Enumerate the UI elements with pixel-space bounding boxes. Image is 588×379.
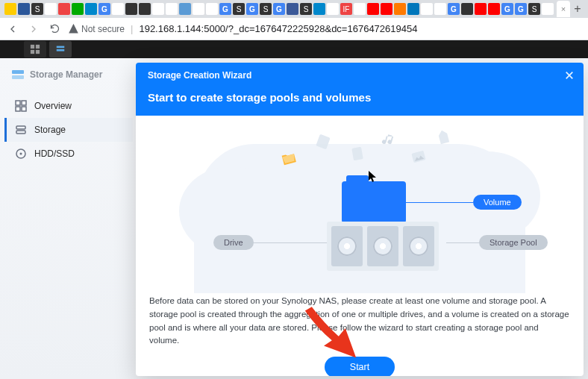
forward-button[interactable]	[27, 22, 40, 36]
svg-rect-12	[16, 126, 25, 129]
svg-rect-18	[411, 151, 425, 163]
bookmark-icon[interactable]	[206, 3, 218, 15]
bookmark-icon[interactable]: S	[233, 3, 245, 15]
svg-rect-4	[57, 46, 65, 48]
svg-rect-11	[22, 107, 26, 111]
bookmark-icon[interactable]: G	[501, 3, 513, 15]
bookmark-icon[interactable]	[112, 3, 124, 15]
taskbar-app-icon[interactable]	[24, 41, 46, 57]
bookmark-icon[interactable]	[354, 3, 366, 15]
bookmark-icon[interactable]: S	[528, 3, 540, 15]
bookmark-icon[interactable]	[381, 3, 392, 15]
svg-rect-1	[36, 45, 40, 48]
bookmark-icon[interactable]: G	[246, 3, 258, 15]
volume-folder-icon	[342, 181, 406, 223]
bookmark-icon[interactable]: G	[515, 3, 527, 15]
bookmark-icon[interactable]	[139, 3, 151, 15]
storage-pool-label: Storage Pool	[479, 235, 548, 250]
browser-tab-strip: S G G S G S G S IF G G G S × +	[0, 0, 588, 18]
bookmark-icon[interactable]	[434, 3, 446, 15]
back-button[interactable]	[6, 22, 19, 36]
svg-point-15	[20, 153, 22, 155]
start-button[interactable]: Start	[325, 357, 395, 376]
taskbar-app-icon[interactable]	[49, 41, 72, 57]
volume-label: Volume	[473, 195, 522, 210]
bookmark-icon[interactable]	[72, 3, 84, 15]
bookmark-icon[interactable]: IF	[340, 3, 352, 15]
storage-manager-icon	[10, 67, 25, 82]
svg-rect-2	[31, 50, 34, 54]
security-indicator[interactable]: Not secure	[69, 24, 125, 34]
wizard-subtitle: Start to create storage pools and volume…	[148, 91, 572, 104]
sidebar-item-overview[interactable]: Overview	[4, 94, 133, 118]
svg-rect-6	[12, 70, 24, 74]
bookmark-icon[interactable]: S	[260, 3, 272, 15]
wizard-illustration: Volume Drive Storage Pool	[149, 129, 570, 286]
bookmark-icon[interactable]	[166, 3, 178, 15]
bookmark-icon[interactable]: S	[300, 3, 312, 15]
drive-label: Drive	[213, 235, 254, 250]
url-text: 192.168.1.144:5000/?_dc=1676472225928&dc…	[139, 23, 417, 34]
bookmark-icon[interactable]	[125, 3, 137, 15]
bookmark-icon[interactable]	[58, 3, 70, 15]
drives-group	[327, 222, 439, 271]
bookmark-icon[interactable]: S	[31, 3, 43, 15]
bookmark-icon[interactable]: G	[98, 3, 110, 15]
drive-icon	[331, 226, 363, 266]
wizard-footer: Start	[149, 348, 570, 376]
svg-rect-17	[351, 147, 363, 160]
bookmark-icon[interactable]: G	[448, 3, 460, 15]
bookmark-icon[interactable]	[367, 3, 379, 15]
wizard-title: Storage Creation Wizard	[148, 70, 572, 81]
bookmark-icon[interactable]	[394, 3, 406, 15]
bookmark-icon[interactable]: G	[219, 3, 231, 15]
bookmark-icon[interactable]	[475, 3, 487, 15]
svg-rect-7	[12, 75, 24, 79]
new-tab-button[interactable]: +	[572, 1, 584, 17]
file-icon	[348, 144, 366, 163]
svg-rect-8	[16, 101, 20, 105]
active-tab[interactable]: ×	[557, 1, 570, 17]
bookmark-icon[interactable]	[18, 3, 30, 15]
wizard-description: Before data can be stored on your Synolo…	[149, 295, 570, 348]
svg-rect-5	[57, 49, 65, 51]
svg-rect-13	[16, 131, 25, 134]
close-button[interactable]	[563, 69, 576, 82]
wizard-body: Volume Drive Storage Pool Before data ca…	[136, 116, 584, 376]
storage-manager-window: Storage Manager Overview Storage HDD/SSD	[4, 63, 133, 166]
sidebar-item-hdd-ssd[interactable]: HDD/SSD	[4, 142, 133, 166]
drive-icon	[403, 226, 434, 266]
connector-line	[446, 242, 479, 243]
storage-creation-wizard: Storage Creation Wizard Start to create …	[136, 63, 584, 376]
svg-rect-3	[36, 50, 40, 54]
bookmark-icon[interactable]	[407, 3, 419, 15]
bookmark-icon[interactable]	[45, 3, 57, 15]
bookmark-icon[interactable]: G	[273, 3, 285, 15]
bookmark-icon[interactable]	[179, 3, 191, 15]
dsm-taskbar	[0, 40, 588, 58]
reload-button[interactable]	[48, 22, 61, 36]
connector-line	[249, 242, 327, 243]
bookmark-icon[interactable]	[4, 3, 16, 15]
bookmark-icon[interactable]	[461, 3, 473, 15]
window-title: Storage Manager	[4, 63, 133, 87]
bookmark-icon[interactable]	[85, 3, 97, 15]
bookmark-icon[interactable]	[193, 3, 204, 15]
bookmark-icon[interactable]	[287, 3, 298, 15]
sidebar-item-storage[interactable]: Storage	[4, 118, 133, 142]
connector-line	[406, 202, 473, 203]
bookmark-icon[interactable]	[488, 3, 500, 15]
not-secure-label: Not secure	[81, 24, 125, 34]
svg-rect-0	[31, 45, 34, 48]
svg-rect-9	[22, 101, 26, 105]
bookmark-icon[interactable]	[421, 3, 433, 15]
bookmark-icon[interactable]	[152, 3, 164, 15]
bookmark-icon[interactable]	[313, 3, 325, 15]
cursor-icon	[369, 171, 378, 186]
bookmark-icon[interactable]	[327, 3, 339, 15]
svg-rect-10	[16, 107, 20, 111]
address-bar[interactable]: Not secure | 192.168.1.144:5000/?_dc=167…	[69, 23, 582, 34]
drive-icon	[367, 226, 398, 266]
svg-rect-16	[316, 134, 330, 150]
bookmark-icon[interactable]	[542, 3, 554, 15]
